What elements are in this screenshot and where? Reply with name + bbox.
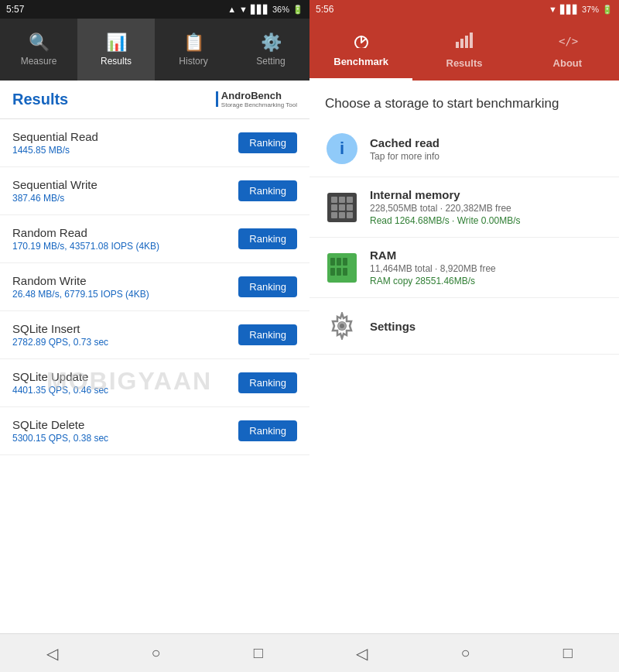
right-battery-text: 37% <box>582 5 599 14</box>
svg-rect-4 <box>460 39 463 48</box>
result-value: 1445.85 MB/s <box>12 145 98 156</box>
right-bottom-bar: ◁ ○ □ <box>310 633 619 672</box>
ram-chip-icon <box>327 253 357 283</box>
svg-text:</>: </> <box>559 35 578 47</box>
nav-history[interactable]: 📋 History <box>155 19 232 81</box>
signal-icon: ▋▋▋ <box>251 5 269 15</box>
androbench-logo: AndroBench Storage Benchmarking Tool <box>216 90 297 109</box>
memory-icon <box>325 190 359 225</box>
storage-info: Internal memory 228,505MB total · 220,38… <box>370 188 521 226</box>
results-list: Sequential Read 1445.85 MB/s Ranking Seq… <box>0 119 310 633</box>
result-name: Sequential Write <box>12 178 97 191</box>
back-button-right[interactable]: ◁ <box>356 644 368 663</box>
right-status-icons: ▼ ▋▋▋ 37% 🔋 <box>549 5 613 15</box>
result-info: Random Read 170.19 MB/s, 43571.08 IOPS (… <box>12 226 159 252</box>
recents-button-right[interactable]: □ <box>563 644 573 662</box>
storage-item-cached_read[interactable]: i Cached read Tap for more info <box>310 121 619 177</box>
nav-results[interactable]: 📊 Results <box>77 19 155 81</box>
home-button-left[interactable]: ○ <box>151 644 160 662</box>
logo-bar <box>216 91 218 107</box>
results-header: Results AndroBench Storage Benchmarking … <box>0 81 310 119</box>
nav-benchmark[interactable]: Benchmark <box>310 19 412 81</box>
storage-list: i Cached read Tap for more info Internal… <box>310 121 619 355</box>
ranking-button[interactable]: Ranking <box>238 180 297 201</box>
right-panel: Benchmark Results </> <box>310 19 619 633</box>
ranking-button[interactable]: Ranking <box>238 420 297 441</box>
measure-label: Measure <box>21 56 57 67</box>
storage-name: Internal memory <box>370 188 521 201</box>
result-info: Sequential Write 387.46 MB/s <box>12 178 97 204</box>
home-button-right[interactable]: ○ <box>460 644 470 662</box>
status-bars: 5:57 ▲ ▼ ▋▋▋ 36% 🔋 5:56 ▼ ▋▋▋ 37% 🔋 <box>0 0 619 19</box>
svg-rect-3 <box>456 42 459 48</box>
result-item: Sequential Write 387.46 MB/s Ranking <box>0 167 310 215</box>
right-battery-icon: 🔋 <box>602 5 613 15</box>
back-button-left[interactable]: ◁ <box>46 644 58 663</box>
logo-text-block: AndroBench Storage Benchmarking Tool <box>221 90 297 109</box>
androbench-name: AndroBench <box>221 90 297 101</box>
result-info: Random Write 26.48 MB/s, 6779.15 IOPS (4… <box>12 274 149 300</box>
result-item: Sequential Read 1445.85 MB/s Ranking <box>0 119 310 167</box>
storage-info: Settings <box>370 320 416 333</box>
memory-chip-icon <box>327 193 357 222</box>
ranking-button[interactable]: Ranking <box>238 132 297 153</box>
result-value: 26.48 MB/s, 6779.15 IOPS (4KB) <box>12 289 149 300</box>
result-item: Random Read 170.19 MB/s, 43571.08 IOPS (… <box>0 215 310 263</box>
right-nav: Benchmark Results </> <box>310 19 619 81</box>
storage-desc: Tap for more info <box>370 151 439 162</box>
storage-desc: 11,464MB total · 8,920MB free <box>370 263 496 274</box>
ram-icon <box>325 251 359 285</box>
result-name: SQLite Delete <box>12 418 108 431</box>
result-value: 2782.89 QPS, 0.73 sec <box>12 337 108 348</box>
nav-setting[interactable]: ⚙️ Setting <box>232 19 310 81</box>
battery-text: 36% <box>272 5 289 14</box>
history-icon: 📋 <box>183 33 204 53</box>
storage-perf: Read 1264.68MB/s · Write 0.00MB/s <box>370 215 521 226</box>
bottom-bars: ◁ ○ □ ◁ ○ □ <box>0 633 619 672</box>
ranking-button[interactable]: Ranking <box>238 228 297 249</box>
result-name: Sequential Read <box>12 130 98 143</box>
left-status-bar: 5:57 ▲ ▼ ▋▋▋ 36% 🔋 <box>0 0 310 19</box>
storage-name: Cached read <box>370 136 439 149</box>
left-bottom-bar: ◁ ○ □ <box>0 633 310 672</box>
result-info: SQLite Update 4401.35 QPS, 0.46 sec <box>12 370 108 396</box>
settings-gear-icon <box>327 310 357 341</box>
ranking-button[interactable]: Ranking <box>238 276 297 297</box>
recents-button-left[interactable]: □ <box>254 644 263 662</box>
storage-info: RAM 11,464MB total · 8,920MB free RAM co… <box>370 249 496 286</box>
setting-icon: ⚙️ <box>261 33 282 53</box>
result-item: SQLite Delete 5300.15 QPS, 0.38 sec Rank… <box>0 407 310 455</box>
right-results-icon <box>453 31 475 54</box>
storage-name: RAM <box>370 249 496 262</box>
benchmark-label: Benchmark <box>333 56 388 67</box>
ranking-button[interactable]: Ranking <box>238 372 297 393</box>
result-name: SQLite Update <box>12 370 108 383</box>
nav-right-results[interactable]: Results <box>412 19 515 81</box>
ranking-button[interactable]: Ranking <box>238 324 297 345</box>
left-time: 5:57 <box>6 4 24 15</box>
left-status-icons: ▲ ▼ ▋▋▋ 36% 🔋 <box>227 5 303 15</box>
benchmark-icon <box>351 29 372 53</box>
nav-measure[interactable]: 🔍 Measure <box>0 19 77 81</box>
result-info: SQLite Delete 5300.15 QPS, 0.38 sec <box>12 418 108 444</box>
storage-item-settings[interactable]: Settings <box>310 298 619 355</box>
nav-about[interactable]: </> About <box>516 19 619 81</box>
result-info: Sequential Read 1445.85 MB/s <box>12 130 98 156</box>
storage-perf: RAM copy 28551.46MB/s <box>370 276 496 286</box>
storage-item-ram[interactable]: RAM 11,464MB total · 8,920MB free RAM co… <box>310 238 619 298</box>
svg-point-10 <box>340 324 344 328</box>
battery-icon: 🔋 <box>292 5 303 15</box>
result-value: 4401.35 QPS, 0.46 sec <box>12 385 108 396</box>
right-wifi-icon: ▼ <box>549 5 557 14</box>
result-name: Random Write <box>12 274 149 287</box>
right-time: 5:56 <box>316 4 333 15</box>
results-title: Results <box>12 91 68 108</box>
storage-desc: 228,505MB total · 220,382MB free <box>370 203 521 214</box>
result-value: 387.46 MB/s <box>12 193 97 204</box>
setting-label: Setting <box>256 56 285 67</box>
main-content: 🔍 Measure 📊 Results 📋 History ⚙️ Setting… <box>0 19 619 633</box>
info-circle: i <box>327 133 357 164</box>
storage-item-internal_memory[interactable]: Internal memory 228,505MB total · 220,38… <box>310 177 619 238</box>
svg-rect-6 <box>470 33 473 48</box>
right-results-label: Results <box>446 57 483 69</box>
